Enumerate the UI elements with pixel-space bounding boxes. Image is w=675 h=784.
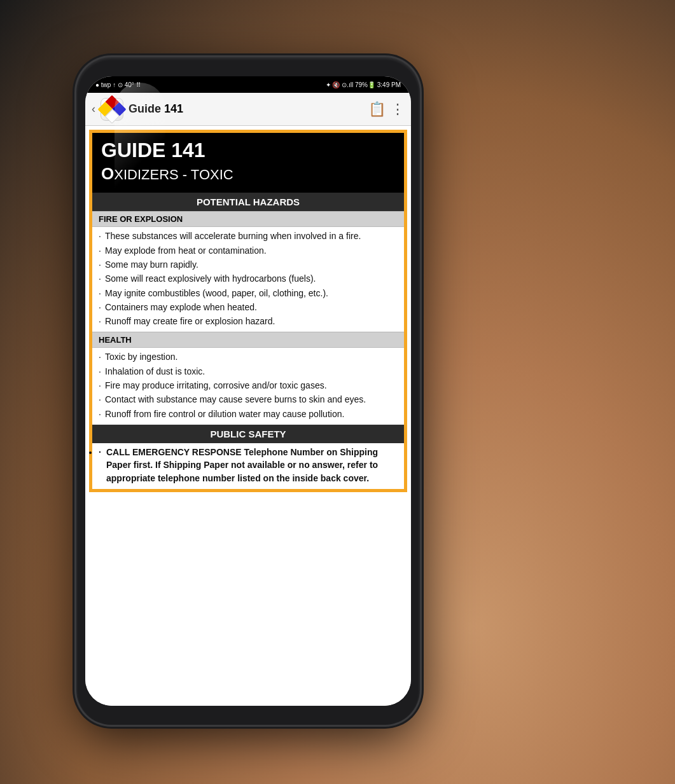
fire-explosion-header: FIRE OR EXPLOSION <box>92 211 404 227</box>
public-safety-list: CALL EMERGENCY RESPONSE Telephone Number… <box>99 446 398 485</box>
public-safety-header: PUBLIC SAFETY <box>92 425 404 443</box>
list-item: Inhalation of dust is toxic. <box>99 365 398 378</box>
potential-hazards-header: POTENTIAL HAZARDS <box>92 193 404 211</box>
content-area: GUIDE 141 OXIDIZERS - TOXIC POTENTIAL HA… <box>85 126 411 706</box>
status-icons-left: ● twp ↑ ⊙ 40° ⠿ <box>95 81 141 88</box>
fire-explosion-content: These substances will accelerate burning… <box>92 227 404 332</box>
list-item: Some may burn rapidly. <box>99 258 398 271</box>
status-right-icons: ✦ 🔇 ⊙.ıll 79%🔋 3:49 PM <box>326 81 401 88</box>
health-header: HEALTH <box>92 332 404 348</box>
scene: ● twp ↑ ⊙ 40° ⠿ ✦ 🔇 ⊙.ıll 79%🔋 3:49 PM ‹ <box>0 0 675 784</box>
status-left-icons: ● twp ↑ ⊙ 40° ⠿ <box>95 81 141 88</box>
list-item: These substances will accelerate burning… <box>99 230 398 242</box>
guide-header: GUIDE 141 OXIDIZERS - TOXIC <box>92 133 404 193</box>
list-item: May ignite combustibles (wood, paper, oi… <box>99 287 398 299</box>
guide-container: GUIDE 141 OXIDIZERS - TOXIC POTENTIAL HA… <box>89 130 407 492</box>
list-item: May explode from heat or contamination. <box>99 244 398 257</box>
phone-screen: ● twp ↑ ⊙ 40° ⠿ ✦ 🔇 ⊙.ıll 79%🔋 3:49 PM ‹ <box>85 76 411 706</box>
toolbar-title: Guide 141 <box>129 102 363 116</box>
list-item: Runoff from fire control or dilution wat… <box>99 408 398 420</box>
phone-device: ● twp ↑ ⊙ 40° ⠿ ✦ 🔇 ⊙.ıll 79%🔋 3:49 PM ‹ <box>76 57 420 725</box>
health-content: Toxic by ingestion. Inhalation of dust i… <box>92 348 404 424</box>
list-item: CALL EMERGENCY RESPONSE Telephone Number… <box>99 446 398 485</box>
list-item: Toxic by ingestion. <box>99 350 398 363</box>
status-bar: ● twp ↑ ⊙ 40° ⠿ ✦ 🔇 ⊙.ıll 79%🔋 3:49 PM <box>85 76 411 93</box>
bookmark-button[interactable]: 📋 <box>368 101 386 118</box>
list-item: Runoff may create fire or explosion haza… <box>99 315 398 327</box>
back-button[interactable]: ‹ <box>92 102 95 116</box>
guide-subtitle: OXIDIZERS - TOXIC <box>101 164 395 184</box>
status-icons-right: ✦ 🔇 ⊙.ıll 79%🔋 3:49 PM <box>326 81 401 88</box>
list-item: Contact with substance may cause severe … <box>99 393 398 406</box>
app-toolbar: ‹ Guide 141 📋 ⋮ <box>85 93 411 126</box>
list-item: Containers may explode when heated. <box>99 301 398 313</box>
list-item: Fire may produce irritating, corrosive a… <box>99 379 398 392</box>
list-item: Some will react explosively with hydroca… <box>99 272 398 285</box>
health-list: Toxic by ingestion. Inhalation of dust i… <box>99 350 398 420</box>
fire-explosion-list: These substances will accelerate burning… <box>99 230 398 327</box>
public-safety-content: CALL EMERGENCY RESPONSE Telephone Number… <box>92 443 404 489</box>
nfpa-diamond-icon <box>97 95 126 123</box>
guide-number: GUIDE 141 <box>101 139 395 162</box>
app-icon <box>101 98 123 121</box>
more-options-button[interactable]: ⋮ <box>391 101 405 118</box>
